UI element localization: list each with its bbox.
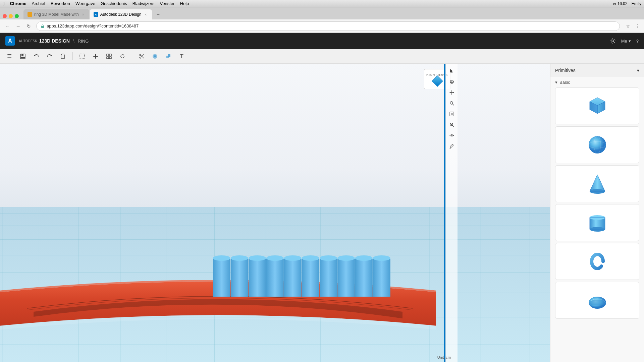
cylinder-body: [213, 258, 230, 297]
menu-help[interactable]: Help: [180, 1, 189, 6]
macos-menubar:  Chrome Archief Bewerken Weergave Gesch…: [0, 0, 644, 7]
menu-toggle-button[interactable]: ☰: [4, 51, 15, 62]
menu-bewerken[interactable]: Bewerken: [51, 1, 70, 6]
help-label: ?: [636, 39, 639, 44]
tab-close-ring[interactable]: ×: [81, 12, 86, 17]
modify-button[interactable]: [150, 51, 160, 62]
cylinder-9: [355, 258, 373, 297]
pan-icon: [449, 90, 454, 95]
help-button[interactable]: ?: [636, 39, 639, 44]
cylinder-top: [213, 255, 230, 261]
forward-button[interactable]: →: [13, 21, 23, 31]
app-toolbar: ☰: [0, 49, 644, 64]
clipboard-button[interactable]: [58, 51, 68, 62]
undo-button[interactable]: [31, 51, 42, 62]
apple-logo[interactable]: : [3, 1, 4, 6]
primitive-wedge[interactable]: [555, 282, 639, 319]
eye-icon: [449, 133, 454, 138]
me-button[interactable]: Me ▾: [621, 39, 631, 44]
redo-icon: [47, 53, 53, 59]
svg-rect-8: [80, 54, 85, 59]
paint-icon: [449, 143, 454, 149]
address-bar[interactable]: apps.123dapp.com/design/?contentid=16384…: [36, 21, 620, 31]
redo-button[interactable]: [44, 51, 55, 62]
perspective-tool[interactable]: [447, 131, 457, 140]
add-button[interactable]: [90, 51, 101, 62]
svg-rect-3: [21, 54, 23, 56]
scissors-icon: [139, 53, 145, 59]
primitive-box[interactable]: [555, 87, 639, 124]
app-title: AUTODESK 123D DESIGN \ RING: [19, 38, 89, 44]
window-minimize[interactable]: [9, 14, 13, 18]
cylinder-body: [284, 258, 302, 297]
primitive-sphere[interactable]: [555, 126, 639, 163]
cylinder-body: [337, 258, 355, 297]
combine-button[interactable]: [163, 51, 174, 62]
tab-autodesk[interactable]: A Autodesk 123D Design ×: [90, 9, 152, 19]
address-text: apps.123dapp.com/design/?contentid=16384…: [47, 23, 139, 28]
svg-rect-4: [21, 57, 25, 58]
tab-ring[interactable]: ring 3D Model Made with ×: [23, 9, 90, 19]
primitive-cone[interactable]: [555, 165, 639, 202]
menu-items: Chrome Archief Bewerken Weergave Geschie…: [10, 1, 189, 6]
select-button[interactable]: [77, 51, 88, 62]
svg-point-1: [612, 40, 614, 42]
material-tool[interactable]: [447, 141, 457, 151]
basic-section-header[interactable]: ▾ Basic: [555, 80, 639, 85]
tab-close-autodesk[interactable]: ×: [143, 12, 148, 17]
viewport[interactable]: RIGHT BACK: [0, 64, 550, 362]
primitive-torus[interactable]: [555, 243, 639, 280]
basic-collapse-icon: ▾: [555, 80, 557, 85]
menu-chrome[interactable]: Chrome: [10, 1, 26, 6]
cylinder-2: [231, 258, 248, 297]
tab-favicon-autodesk: A: [94, 12, 98, 17]
primitives-expand-icon[interactable]: ▾: [637, 68, 639, 73]
new-tab-button[interactable]: +: [153, 10, 163, 19]
menu-bladwijzers[interactable]: Bladwijzers: [132, 1, 155, 6]
menu-geschiedenis[interactable]: Geschiedenis: [101, 1, 127, 6]
menu-archief[interactable]: Archief: [32, 1, 45, 6]
sketch-button[interactable]: [136, 51, 147, 62]
chrome-menu-icon[interactable]: ⋮: [633, 22, 641, 30]
svg-point-16: [140, 57, 141, 58]
pan-tool[interactable]: [447, 88, 457, 97]
orbit-tool[interactable]: [447, 77, 457, 86]
torus-icon: [586, 250, 609, 273]
menu-venster[interactable]: Venster: [160, 1, 174, 6]
bookmark-icon[interactable]: ☆: [624, 22, 632, 30]
snap-button[interactable]: [104, 51, 114, 62]
cylinder-3: [249, 258, 266, 297]
zoom-region-tool[interactable]: [447, 120, 457, 129]
zoom-region-icon: [449, 122, 454, 127]
cylinder-top: [355, 255, 373, 261]
cylinder-7: [320, 258, 337, 297]
reload-button[interactable]: ↻: [24, 21, 34, 31]
save-button[interactable]: [17, 51, 28, 62]
me-chevron: ▾: [629, 39, 631, 44]
cursor-tool[interactable]: [447, 66, 457, 76]
svg-line-50: [452, 104, 454, 105]
back-button[interactable]: ←: [3, 21, 12, 31]
primitive-cylinder[interactable]: [555, 204, 639, 241]
svg-point-58: [449, 148, 450, 149]
settings-button[interactable]: [610, 38, 616, 44]
cylinder-top: [320, 255, 337, 261]
cylinder-body: [266, 258, 284, 297]
add-icon: [93, 53, 99, 59]
basic-label: Basic: [559, 80, 570, 85]
cylinder-body: [320, 258, 337, 297]
select-icon: [79, 53, 85, 59]
orbit-icon: [449, 79, 454, 84]
zoom-tool[interactable]: [447, 99, 457, 108]
fit-icon: [449, 111, 454, 117]
refresh-button[interactable]: [117, 51, 128, 62]
window-close[interactable]: [3, 14, 7, 18]
text-icon: T: [180, 53, 183, 59]
cylinder-body: [355, 258, 373, 297]
menu-weergave[interactable]: Weergave: [75, 1, 95, 6]
header-right: Me ▾ ?: [610, 38, 639, 44]
cylinder-body: [249, 258, 266, 297]
text-button[interactable]: T: [176, 51, 187, 62]
window-maximize[interactable]: [15, 14, 19, 18]
fit-tool[interactable]: [447, 109, 457, 119]
